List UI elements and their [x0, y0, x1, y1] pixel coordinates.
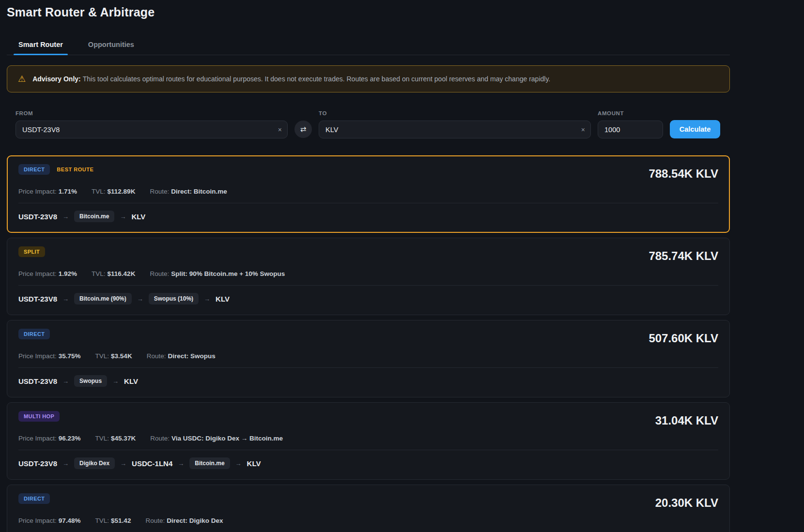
path-venue-chip: Bitcoin.me [74, 211, 114, 222]
route-label: Route: [147, 352, 166, 360]
tab-opportunities[interactable]: Opportunities [87, 36, 135, 55]
tvl-label: TVL: [92, 270, 106, 277]
path-arrow-icon: → [120, 213, 126, 220]
price-impact-stat: Price Impact:35.75% [18, 352, 81, 360]
route-badges: DIRECT [18, 493, 50, 504]
from-label: FROM [15, 110, 288, 116]
route-type-badge: SPLIT [18, 246, 45, 257]
path-arrow-icon: → [178, 460, 184, 467]
route-type-badge: DIRECT [18, 329, 50, 339]
advisory-text: Advisory Only:This tool calculates optim… [32, 75, 550, 83]
route-stat: Route:Via USDC: Digiko Dex → Bitcoin.me [150, 435, 283, 442]
path-venue-chip: Bitcoin.me [189, 457, 230, 469]
to-field-group: TO × [319, 110, 591, 138]
route-card-top: DIRECT 507.60K KLV [18, 329, 718, 345]
path-token: USDC-1LN4 [132, 459, 172, 468]
warning-icon: ⚠ [18, 75, 26, 83]
route-badges: SPLIT [18, 246, 45, 257]
tvl-value: $112.89K [108, 188, 136, 195]
path-arrow-icon: → [62, 213, 69, 220]
advisory-body: This tool calculates optimal routes for … [83, 75, 551, 83]
route-output-amount: 31.04K KLV [655, 414, 718, 427]
route-path: USDT-23V8→Bitcoin.me→KLV [18, 211, 718, 222]
page-title: Smart Router & Arbitrage [7, 0, 730, 19]
to-clear-icon[interactable]: × [581, 126, 585, 134]
path-token: USDT-23V8 [18, 295, 57, 303]
route-badges: MULTI HOP [18, 411, 60, 422]
tvl-stat: TVL:$116.42K [92, 270, 135, 277]
swap-direction-button[interactable]: ⇄ [294, 121, 312, 138]
route-stat: Route:Direct: Digiko Dex [145, 517, 223, 524]
card-divider [18, 203, 718, 203]
to-label: TO [319, 110, 591, 116]
price-impact-stat: Price Impact:1.92% [18, 270, 77, 277]
from-input[interactable] [15, 121, 288, 138]
from-input-wrap: × [15, 121, 288, 138]
best-route-tag: BEST ROUTE [57, 167, 93, 172]
route-card-top: DIRECT BEST ROUTE 788.54K KLV [18, 164, 718, 181]
path-arrow-icon: → [62, 378, 69, 385]
route-badges: DIRECT BEST ROUTE [18, 164, 93, 175]
tvl-value: $116.42K [108, 270, 136, 277]
route-card[interactable]: DIRECT 507.60K KLV Price Impact:35.75% T… [7, 320, 730, 397]
calculate-button[interactable]: Calculate [670, 120, 720, 138]
price-impact-value: 1.92% [59, 270, 77, 277]
path-arrow-icon: → [62, 295, 69, 303]
route-badges: DIRECT [18, 329, 50, 339]
card-divider [18, 285, 718, 286]
tab-smart-router[interactable]: Smart Router [17, 36, 64, 55]
amount-input-wrap [598, 121, 663, 138]
amount-input[interactable] [598, 121, 663, 138]
to-input[interactable] [319, 121, 591, 138]
path-token: KLV [131, 213, 145, 221]
route-path: USDT-23V8→Digiko Dex→USDC-1LN4→Bitcoin.m… [18, 457, 718, 469]
route-label: Route: [150, 188, 169, 195]
page-container: Smart Router & Arbitrage Smart Router Op… [7, 0, 730, 532]
price-impact-value: 96.23% [59, 435, 81, 442]
path-token: USDT-23V8 [18, 377, 57, 385]
route-type-badge: DIRECT [18, 164, 50, 175]
route-output-amount: 20.30K KLV [655, 496, 718, 510]
route-path: USDT-23V8→Bitcoin.me (90%)→Swopus (10%)→… [18, 293, 718, 304]
path-venue-chip: Swopus (10%) [149, 293, 199, 304]
route-card[interactable]: MULTI HOP 31.04K KLV Price Impact:96.23%… [7, 402, 730, 480]
route-label: Route: [150, 435, 170, 442]
tvl-value: $45.37K [111, 435, 136, 442]
advisory-banner: ⚠ Advisory Only:This tool calculates opt… [7, 65, 730, 92]
route-card[interactable]: DIRECT 20.30K KLV Price Impact:97.48% TV… [7, 485, 730, 532]
route-card[interactable]: SPLIT 785.74K KLV Price Impact:1.92% TVL… [7, 238, 730, 315]
tvl-stat: TVL:$112.89K [92, 188, 135, 195]
route-results-list: DIRECT BEST ROUTE 788.54K KLV Price Impa… [7, 155, 730, 532]
route-value: Direct: Swopus [168, 352, 215, 360]
tvl-label: TVL: [95, 352, 109, 360]
route-stats: Price Impact:35.75% TVL:$3.54K Route:Dir… [18, 352, 718, 360]
price-impact-label: Price Impact: [18, 188, 57, 195]
path-arrow-icon: → [137, 295, 143, 303]
path-token: KLV [124, 377, 138, 385]
advisory-title: Advisory Only: [32, 75, 81, 83]
route-value: Split: 90% Bitcoin.me + 10% Swopus [171, 270, 285, 277]
from-field-group: FROM × [15, 110, 288, 138]
tvl-label: TVL: [95, 517, 109, 524]
path-venue-chip: Digiko Dex [74, 457, 115, 469]
from-clear-icon[interactable]: × [278, 126, 282, 134]
path-token: KLV [247, 459, 261, 468]
tvl-label: TVL: [92, 188, 106, 195]
route-type-badge: DIRECT [18, 493, 50, 504]
price-impact-value: 35.75% [59, 352, 81, 360]
price-impact-value: 97.48% [59, 517, 81, 524]
route-label: Route: [150, 270, 169, 277]
route-type-badge: MULTI HOP [18, 411, 60, 422]
path-venue-chip: Swopus [74, 375, 107, 387]
card-divider [18, 367, 718, 368]
path-arrow-icon: → [120, 460, 126, 467]
route-stat: Route:Direct: Swopus [147, 352, 216, 360]
route-stats: Price Impact:97.48% TVL:$51.42 Route:Dir… [18, 517, 718, 524]
tab-bar: Smart Router Opportunities [7, 36, 730, 55]
route-label: Route: [145, 517, 165, 524]
route-output-amount: 788.54K KLV [649, 167, 718, 181]
route-output-amount: 785.74K KLV [649, 249, 718, 263]
path-arrow-icon: → [112, 378, 119, 385]
route-card[interactable]: DIRECT BEST ROUTE 788.54K KLV Price Impa… [7, 155, 730, 233]
path-token: USDT-23V8 [18, 213, 57, 221]
